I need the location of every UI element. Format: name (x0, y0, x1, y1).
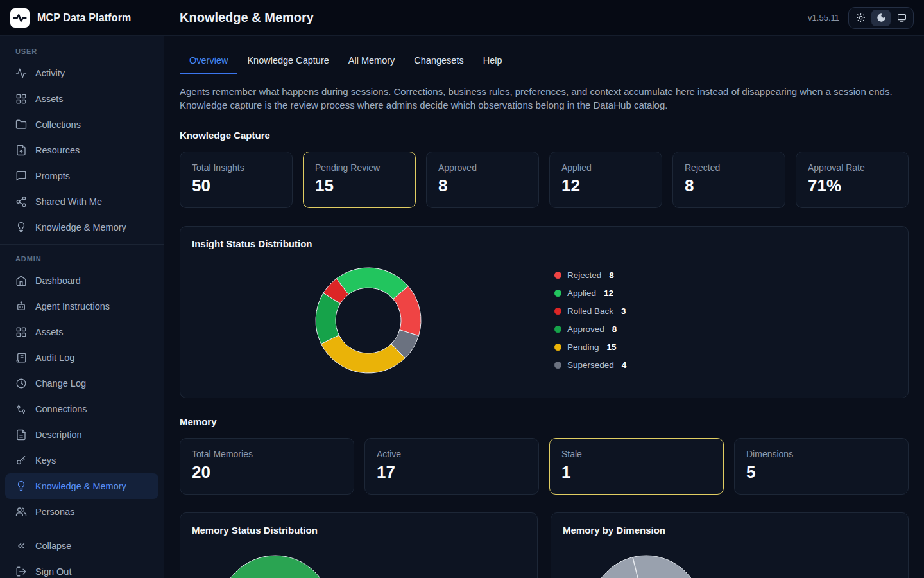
stat-value: 71% (808, 176, 896, 196)
tab-all-memory[interactable]: All Memory (339, 49, 405, 74)
legend-item-approved: Approved8 (554, 324, 896, 334)
sidebar-item-collapse[interactable]: Collapse (5, 533, 158, 559)
legend-dot (554, 308, 561, 315)
memory-by-dimension-title: Memory by Dimension (563, 525, 896, 536)
clock-icon (15, 378, 27, 389)
stat-card-active[interactable]: Active17 (364, 438, 539, 495)
stat-value: 8 (685, 176, 773, 196)
sidebar-divider (0, 529, 164, 529)
lightbulb-icon (15, 480, 27, 492)
sidebar-item-label: Activity (35, 68, 65, 78)
sidebar-item-assets[interactable]: Assets (5, 86, 158, 112)
memory-stats: Total Memories20Active17Stale1Dimensions… (180, 438, 909, 495)
sidebar-item-change-log[interactable]: Change Log (5, 371, 158, 396)
stat-card-applied[interactable]: Applied12 (549, 152, 662, 208)
sidebar-item-shared-with-me[interactable]: Shared With Me (5, 189, 158, 215)
sidebar-item-label: Collapse (35, 541, 71, 551)
memory-by-dimension-pie-chart (563, 539, 730, 578)
share-icon (15, 196, 27, 207)
tab-changesets[interactable]: Changesets (404, 49, 473, 74)
sidebar-item-knowledge-memory[interactable]: Knowledge & Memory (5, 215, 158, 240)
grid-icon (15, 326, 27, 338)
key-icon (15, 455, 27, 466)
memory-status-panel: Memory Status Distribution (180, 512, 538, 578)
stat-label: Total Memories (192, 449, 342, 459)
activity-icon (15, 67, 27, 79)
memory-by-dimension-panel: Memory by Dimension (551, 512, 909, 578)
legend-item-rejected: Rejected8 (554, 270, 896, 280)
legend-dot (554, 362, 561, 369)
memory-by-dimension-legend-area (730, 539, 896, 578)
legend-dot (554, 290, 561, 297)
sidebar-item-sign-out[interactable]: Sign Out (5, 559, 158, 578)
theme-dark-button[interactable] (871, 10, 891, 26)
stat-value: 8 (438, 176, 527, 196)
sidebar-item-activity[interactable]: Activity (5, 60, 158, 86)
stat-card-rejected[interactable]: Rejected8 (672, 152, 785, 208)
log-out-icon (15, 566, 27, 577)
folder-icon (15, 119, 27, 130)
stat-value: 5 (746, 462, 896, 482)
sidebar-item-prompts[interactable]: Prompts (5, 163, 158, 189)
legend-dot (554, 272, 561, 279)
file-text-icon (15, 429, 27, 441)
legend-item-superseded: Superseded4 (554, 360, 896, 370)
sidebar-item-resources[interactable]: Resources (5, 137, 158, 163)
memory-status-pie-chart (192, 539, 359, 578)
tab-bar: OverviewKnowledge CaptureAll MemoryChang… (180, 49, 909, 74)
sidebar-item-knowledge-memory[interactable]: Knowledge & Memory (5, 473, 158, 499)
sidebar-item-connections[interactable]: Connections (5, 396, 158, 422)
sidebar-item-label: Shared With Me (35, 197, 102, 207)
file-up-icon (15, 144, 27, 156)
legend-value: 8 (609, 270, 614, 280)
legend-value: 15 (607, 342, 617, 352)
legend-dot (554, 326, 561, 333)
insight-status-donut-chart (192, 254, 544, 386)
message-square-icon (15, 170, 27, 182)
stat-card-approval-rate[interactable]: Approval Rate71% (796, 152, 909, 208)
stat-label: Approved (438, 162, 527, 173)
legend-label: Pending (567, 342, 599, 352)
moon-icon (877, 13, 886, 22)
memory-charts-row: Memory Status Distribution Memory by Dim… (180, 512, 909, 578)
sidebar-item-description[interactable]: Description (5, 422, 158, 448)
section-title-knowledge-capture: Knowledge Capture (180, 130, 909, 141)
tab-knowledge-capture[interactable]: Knowledge Capture (237, 49, 338, 74)
home-icon (15, 275, 27, 286)
legend-label: Rolled Back (567, 306, 613, 316)
stat-value: 17 (377, 462, 527, 482)
tab-help[interactable]: Help (474, 49, 512, 74)
stat-card-stale[interactable]: Stale1 (549, 438, 724, 495)
stat-value: 1 (561, 462, 712, 482)
theme-system-button[interactable] (892, 10, 911, 26)
sidebar-item-audit-log[interactable]: Audit Log (5, 345, 158, 371)
stat-card-pending-review[interactable]: Pending Review15 (303, 152, 416, 208)
lightbulb-icon (15, 222, 27, 233)
sidebar-item-dashboard[interactable]: Dashboard (5, 268, 158, 293)
legend-value: 8 (612, 324, 617, 334)
stat-label: Applied (561, 162, 650, 173)
theme-light-button[interactable] (851, 10, 870, 26)
insight-status-panel: Insight Status Distribution Rejected8App… (180, 226, 909, 398)
sidebar-item-assets[interactable]: Assets (5, 319, 158, 345)
memory-status-title: Memory Status Distribution (192, 525, 526, 536)
sidebar-item-agent-instructions[interactable]: Agent Instructions (5, 293, 158, 319)
stat-value: 15 (315, 176, 404, 196)
app-logo-icon (10, 8, 30, 28)
sidebar-section-label-user: USER (0, 41, 164, 60)
stat-card-total-insights[interactable]: Total Insights50 (180, 152, 293, 208)
sidebar-item-label: Prompts (35, 171, 70, 181)
stat-card-approved[interactable]: Approved8 (426, 152, 539, 208)
monitor-icon (897, 13, 907, 22)
tab-overview[interactable]: Overview (180, 49, 237, 74)
stat-card-dimensions[interactable]: Dimensions5 (734, 438, 909, 495)
sidebar-item-keys[interactable]: Keys (5, 448, 158, 473)
page-description: Agents remember what happens during sess… (180, 85, 893, 112)
stat-card-total-memories[interactable]: Total Memories20 (180, 438, 354, 495)
sidebar-item-collections[interactable]: Collections (5, 112, 158, 137)
sidebar-item-personas[interactable]: Personas (5, 499, 158, 525)
sidebar-footer: CollapseSign Out (0, 525, 164, 578)
memory-status-legend-area (359, 539, 526, 578)
sidebar-item-label: Assets (35, 327, 64, 337)
cable-icon (15, 403, 27, 415)
